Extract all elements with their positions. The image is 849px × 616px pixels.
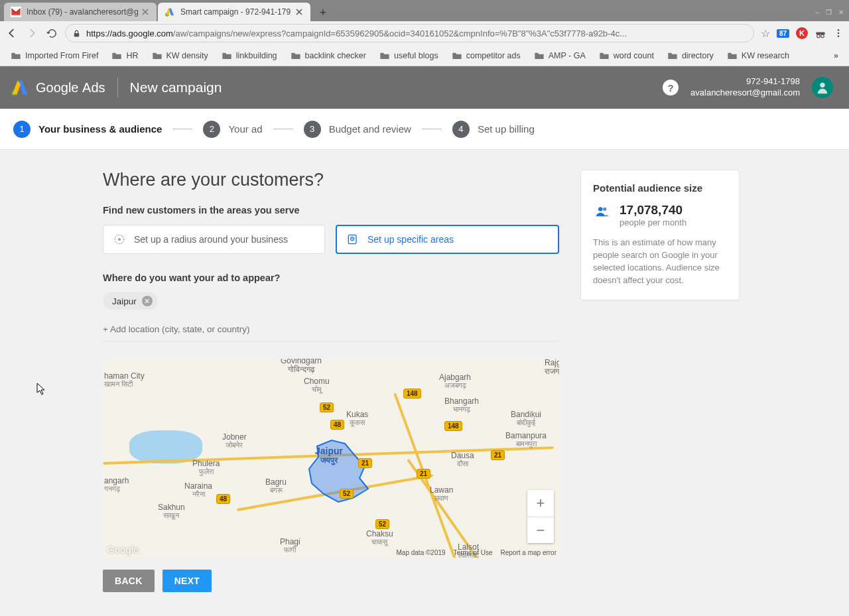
back-button[interactable] (5, 27, 19, 40)
bookmark-item[interactable]: linkbuilding (216, 48, 283, 63)
new-tab-button[interactable]: + (314, 4, 332, 21)
extension-incognito-icon[interactable] (815, 27, 826, 39)
location-chip[interactable]: Jaipur ✕ (103, 292, 158, 310)
map-city: Narainaनरैना (184, 482, 212, 499)
radius-icon (113, 233, 126, 246)
map-terms-link[interactable]: Terms of Use (454, 549, 493, 556)
bookmark-item[interactable]: KW density (147, 48, 214, 63)
step-label: Your business & audience (38, 123, 162, 135)
option-label: Set up a radius around your business (134, 234, 288, 245)
action-buttons: BACK NEXT (103, 570, 559, 592)
tab-inbox[interactable]: Inbox (79) - avalancheresort@g (4, 3, 157, 21)
bookmark-label: competitor ads (466, 51, 521, 60)
next-button[interactable]: NEXT (163, 570, 212, 592)
folder-icon (534, 51, 545, 60)
step-connector (273, 129, 293, 129)
map-edge-label: haman Cityखामन सिटी (104, 372, 145, 389)
main-column: Where are your customers? Find new custo… (103, 170, 559, 592)
bookmark-item[interactable]: KW research (722, 48, 795, 63)
page-title: New campaign (130, 80, 222, 95)
svg-point-12 (118, 238, 121, 241)
account-id: 972-941-1798 (690, 76, 800, 88)
audience-title: Potential audience size (593, 182, 727, 194)
google-ads-logo[interactable]: Google Ads (11, 78, 105, 97)
folder-icon (291, 51, 301, 60)
map-city: Kukasकूकस (346, 410, 368, 427)
zoom-in-button[interactable]: + (527, 490, 554, 517)
map-route-shield: 21 (491, 450, 505, 460)
map-report-link[interactable]: Report a map error (501, 549, 556, 556)
step-label: Budget and review (329, 123, 411, 135)
svg-point-15 (598, 207, 602, 211)
bookmark-item[interactable]: directory (662, 48, 719, 63)
reload-button[interactable] (45, 27, 58, 40)
heading: Where are your customers? (103, 170, 559, 190)
forward-button[interactable] (25, 27, 38, 40)
avatar[interactable] (812, 77, 833, 98)
close-window-icon[interactable]: ✕ (838, 9, 844, 16)
map-route-shield: 52 (375, 519, 389, 529)
bookmark-label: KW density (166, 51, 208, 60)
zoom-out-button[interactable]: − (527, 517, 554, 543)
window-controls: – ❐ ✕ (815, 3, 849, 21)
step-your-ad[interactable]: 2 Your ad (203, 121, 262, 138)
option-specific-areas[interactable]: Set up specific areas (336, 225, 559, 254)
map-attribution: Map data ©2019 Terms of Use Report a map… (397, 549, 556, 556)
close-icon[interactable] (294, 7, 304, 17)
map-city: Bhangarhभानगढ़ (444, 397, 479, 414)
tab-title: Inbox (79) - avalancheresort@g (27, 7, 138, 17)
map-city: Jobnerजोबनेर (222, 433, 247, 450)
address-bar[interactable]: https://ads.google.com/aw/campaigns/new/… (65, 24, 754, 42)
bookmark-label: Imported From Firef (25, 51, 98, 60)
bookmark-label: useful blogs (394, 51, 438, 60)
svg-rect-2 (74, 32, 80, 36)
extension-k-icon[interactable]: K (796, 27, 808, 39)
close-icon[interactable] (141, 7, 150, 17)
svg-point-10 (820, 83, 824, 88)
bookmark-item[interactable]: Imported From Firef (5, 48, 103, 63)
chip-label: Jaipur (112, 296, 137, 306)
map-route-shield: 48 (330, 420, 344, 430)
bookmark-item[interactable]: AMP - GA (529, 48, 591, 63)
map[interactable]: Jaipurजयपुर haman Cityखामन सिटी angarhगन… (103, 359, 559, 558)
remove-chip-icon[interactable]: ✕ (142, 296, 153, 306)
step-business-audience[interactable]: 1 Your business & audience (13, 121, 162, 138)
bookmark-label: KW research (742, 51, 789, 60)
map-route-shield: 52 (340, 489, 354, 499)
svg-point-6 (838, 29, 840, 31)
bookmark-item[interactable]: HR (106, 48, 143, 63)
map-edge-label: Rajgarh राजगढ़ (545, 359, 559, 376)
bookmark-item[interactable]: backlink checker (285, 48, 371, 63)
back-button[interactable]: BACK (103, 570, 155, 592)
step-budget-review[interactable]: 3 Budget and review (304, 121, 411, 138)
map-city: Dausaदौसा (451, 452, 474, 468)
map-pin-icon (346, 233, 359, 246)
location-chips: Jaipur ✕ (103, 292, 559, 310)
tab-ads[interactable]: Smart campaign - 972-941-179 (158, 3, 310, 21)
bookmarks-overflow-icon[interactable]: » (828, 51, 844, 60)
bookmark-item[interactable]: competitor ads (446, 48, 526, 63)
gmail-icon (11, 7, 21, 17)
option-radius[interactable]: Set up a radius around your business (103, 225, 325, 254)
folder-icon (111, 51, 122, 60)
help-icon[interactable]: ? (663, 80, 679, 95)
step-number: 4 (452, 121, 470, 138)
targeting-options: Set up a radius around your business Set… (103, 225, 559, 254)
menu-dots-icon[interactable] (833, 28, 844, 38)
map-city: Bamanpuraबामनपुरा (505, 432, 547, 448)
folder-icon (727, 51, 738, 60)
browser-chrome: Inbox (79) - avalancheresort@g Smart cam… (0, 0, 849, 66)
minimize-icon[interactable]: – (815, 9, 819, 16)
add-location-input[interactable]: + Add location (city, state, or country) (103, 315, 559, 341)
extension-badge[interactable]: 87 (777, 29, 789, 38)
step-billing[interactable]: 4 Set up billing (452, 121, 535, 138)
maximize-icon[interactable]: ❐ (826, 9, 832, 16)
bookmark-star-icon[interactable]: ☆ (761, 27, 770, 40)
step-label: Your ad (228, 123, 262, 135)
map-city: Ajabgarhअजबगढ़ (439, 373, 471, 390)
bookmark-item[interactable]: word count (594, 48, 659, 63)
bookmark-label: directory (682, 51, 714, 60)
map-route-shield: 52 (320, 402, 334, 412)
subheading-ad-appear: Where do you want your ad to appear? (103, 273, 559, 283)
bookmark-item[interactable]: useful blogs (374, 48, 444, 63)
